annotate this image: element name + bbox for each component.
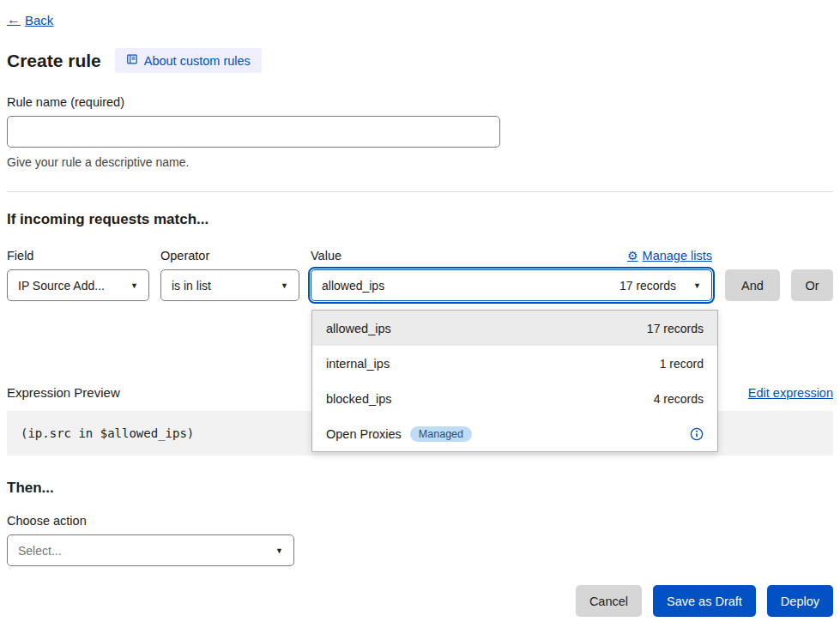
field-select-value: IP Source Add... [18, 279, 105, 293]
field-select[interactable]: IP Source Add... ▼ [7, 269, 149, 301]
deploy-button[interactable]: Deploy [767, 585, 833, 617]
dropdown-item-open-proxies[interactable]: Open Proxies Managed [312, 416, 717, 451]
operator-select[interactable]: is in list ▼ [160, 269, 299, 301]
list-name: internal_ips [326, 357, 390, 371]
list-name: Open Proxies [326, 427, 402, 441]
back-arrow-icon: ← [7, 12, 21, 27]
gear-icon: ⚙ [627, 249, 638, 263]
manage-lists-link[interactable]: ⚙ Manage lists [627, 249, 712, 263]
chevron-down-icon: ▼ [281, 281, 288, 290]
value-select-value: allowed_ips [322, 279, 384, 293]
dropdown-item-allowed-ips[interactable]: allowed_ips 17 records [312, 311, 717, 346]
edit-expression-link[interactable]: Edit expression [748, 386, 833, 400]
action-select[interactable]: Select... ▼ [7, 534, 294, 566]
then-heading: Then... [7, 480, 833, 497]
back-link[interactable]: ← Back [7, 12, 53, 27]
list-record-count: 17 records [647, 322, 704, 335]
and-button[interactable]: And [725, 269, 780, 301]
or-button[interactable]: Or [791, 269, 833, 301]
dropdown-item-internal-ips[interactable]: internal_ips 1 record [312, 346, 717, 381]
save-draft-button[interactable]: Save as Draft [653, 585, 756, 617]
list-record-count: 4 records [654, 392, 704, 406]
value-label: Value [311, 249, 341, 263]
match-heading: If incoming requests match... [7, 211, 833, 228]
field-label: Field [7, 249, 149, 263]
value-dropdown: allowed_ips 17 records internal_ips 1 re… [311, 310, 718, 452]
create-rule-page: ← Back Create rule About custom rules Ru… [0, 0, 840, 617]
page-title: Create rule [7, 51, 101, 71]
about-custom-rules-link[interactable]: About custom rules [115, 48, 262, 73]
field-column: Field IP Source Add... ▼ [7, 249, 149, 301]
footer-actions: Cancel Save as Draft Deploy [7, 585, 833, 617]
info-icon[interactable] [690, 427, 704, 441]
list-name: blocked_ips [326, 392, 392, 406]
operator-select-value: is in list [172, 279, 211, 293]
value-column: Value ⚙ Manage lists allowed_ips 17 reco… [311, 249, 712, 301]
choose-action-label: Choose action [7, 514, 833, 528]
and-or-buttons: And Or [725, 269, 833, 301]
title-row: Create rule About custom rules [7, 48, 833, 73]
value-select[interactable]: allowed_ips 17 records ▼ [311, 269, 712, 301]
rule-name-label: Rule name (required) [7, 95, 833, 109]
book-icon [126, 53, 138, 68]
value-select-meta: 17 records [619, 279, 676, 293]
operator-column: Operator is in list ▼ [160, 249, 299, 301]
chevron-down-icon: ▼ [130, 281, 138, 290]
dropdown-item-blocked-ips[interactable]: blocked_ips 4 records [312, 381, 717, 416]
managed-badge: Managed [410, 426, 472, 442]
section-divider [7, 191, 833, 192]
back-label: Back [25, 13, 53, 27]
cancel-button[interactable]: Cancel [576, 585, 642, 617]
chevron-down-icon: ▼ [275, 546, 283, 555]
match-row: Field IP Source Add... ▼ Operator is in … [7, 249, 833, 301]
expression-preview-label: Expression Preview [7, 385, 120, 400]
list-record-count: 1 record [660, 357, 704, 371]
rule-name-group: Rule name (required) Give your rule a de… [7, 95, 833, 169]
about-custom-rules-label: About custom rules [144, 54, 251, 68]
value-label-row: Value ⚙ Manage lists [311, 249, 712, 263]
operator-label: Operator [160, 249, 299, 263]
list-name: allowed_ips [326, 322, 391, 335]
manage-lists-label: Manage lists [643, 249, 712, 263]
rule-name-input[interactable] [7, 116, 500, 148]
action-select-placeholder: Select... [18, 544, 62, 558]
expression-code: (ip.src in $allowed_ips) [21, 426, 194, 440]
rule-name-help: Give your rule a descriptive name. [7, 155, 833, 169]
chevron-down-icon: ▼ [693, 281, 701, 290]
